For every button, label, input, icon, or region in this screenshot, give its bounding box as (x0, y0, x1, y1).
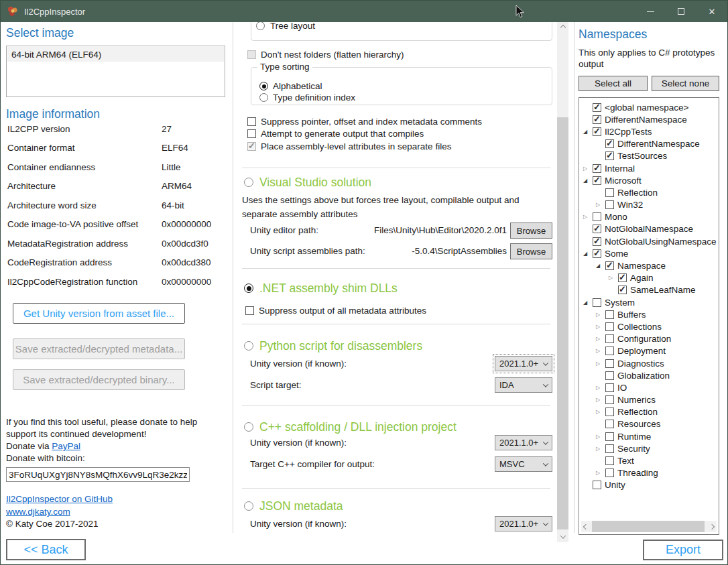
tree-item[interactable]: Reflection (579, 186, 719, 198)
script-target-select[interactable]: IDA (495, 377, 552, 393)
namespace-checkbox[interactable] (593, 212, 601, 221)
namespace-checkbox[interactable] (605, 444, 614, 453)
expand-icon[interactable]: ▷ (595, 312, 605, 318)
namespace-checkbox[interactable] (593, 176, 601, 185)
export-button[interactable]: Export (643, 540, 723, 560)
namespace-checkbox[interactable] (593, 298, 601, 307)
tree-item[interactable]: ▷Collections (579, 320, 719, 332)
sort-typedef-option[interactable]: Type definition index (259, 92, 355, 103)
visual-studio-section-header[interactable]: Visual Studio solution (244, 174, 371, 190)
namespace-checkbox[interactable] (605, 407, 614, 416)
scroll-up-arrow[interactable] (557, 22, 568, 33)
namespace-checkbox[interactable] (593, 481, 601, 489)
json-section-header[interactable]: JSON metadata (244, 498, 343, 514)
tree-item[interactable]: NotGlobalUsingNamespace (579, 235, 719, 247)
script-assemblies-path-value[interactable]: -5.0.4\ScriptAssemblies (412, 246, 507, 256)
suppress-metadata-attrs-checkbox[interactable] (245, 306, 254, 315)
alphabetical-radio[interactable] (259, 82, 268, 90)
tree-item[interactable]: ▷Internal (579, 162, 719, 174)
tree-item[interactable]: ▷Win32 (579, 199, 719, 211)
namespace-checkbox[interactable] (618, 286, 627, 294)
namespace-checkbox[interactable] (605, 151, 614, 160)
namespace-checkbox[interactable] (605, 420, 614, 428)
tree-item[interactable]: ▷Deployment (579, 345, 719, 357)
scrollbar-thumb[interactable] (592, 521, 705, 532)
collapse-icon[interactable]: ◢ (582, 300, 593, 306)
namespace-checkbox[interactable] (593, 115, 601, 124)
compilable-output-row[interactable]: Attempt to generate output that compiles (247, 127, 424, 139)
tree-item[interactable]: ▷Security (579, 442, 719, 454)
sort-alphabetical-option[interactable]: Alphabetical (259, 80, 322, 92)
tree-item[interactable]: NotGlobalNamespace (579, 223, 719, 235)
python-script-radio[interactable] (244, 341, 253, 351)
scroll-down-arrow[interactable] (557, 531, 568, 542)
unity-editor-path-value[interactable]: Files\Unity\Hub\Editor\2020.2.0f1 (374, 225, 507, 235)
compilable-output-checkbox[interactable] (247, 129, 256, 138)
expand-icon[interactable]: ▷ (595, 446, 605, 452)
cpp-unity-version-select[interactable]: 2021.1.0+ (495, 435, 552, 450)
python-unity-version-select[interactable]: 2021.1.0+ (495, 356, 552, 371)
json-unity-version-select[interactable]: 2021.1.0+ (495, 516, 552, 531)
tree-item[interactable]: Text (579, 454, 719, 466)
tree-item[interactable]: ▷IO (579, 381, 719, 393)
expand-icon[interactable]: ▷ (595, 348, 605, 354)
expand-icon[interactable]: ▷ (595, 361, 605, 367)
expand-icon[interactable]: ▷ (595, 397, 605, 403)
namespace-checkbox[interactable] (605, 261, 614, 270)
paypal-link[interactable]: PayPal (52, 441, 80, 451)
namespace-checkbox[interactable] (605, 310, 614, 319)
namespaces-tree[interactable]: <global namespace>DifferentNamespace◢Il2… (579, 97, 719, 535)
namespace-checkbox[interactable] (618, 273, 627, 282)
tree-item[interactable]: ◢System (579, 296, 719, 308)
expand-icon[interactable]: ▷ (595, 470, 605, 476)
suppress-metadata-attrs-row[interactable]: Suppress output of all metadata attribut… (245, 304, 426, 316)
tree-layout-radio[interactable] (256, 22, 265, 30)
separate-attributes-checkbox[interactable] (247, 142, 256, 151)
namespace-checkbox[interactable] (605, 200, 614, 209)
image-listbox[interactable]: 64-bit ARM64 (ELF64) (6, 46, 225, 97)
flatten-checkbox[interactable] (247, 50, 256, 59)
close-button[interactable]: ✕ (696, 1, 727, 22)
bitcoin-address-input[interactable] (6, 467, 190, 482)
tree-item[interactable]: ▷Mono (579, 211, 719, 223)
collapse-icon[interactable]: ◢ (582, 178, 593, 184)
maximize-button[interactable] (666, 1, 696, 22)
separate-attributes-row[interactable]: Place assembly-level attributes in separ… (247, 140, 451, 152)
expand-icon[interactable]: ▷ (595, 336, 605, 342)
namespace-checkbox[interactable] (605, 359, 614, 368)
select-all-button[interactable]: Select all (579, 76, 648, 91)
expand-icon[interactable]: ▷ (582, 214, 593, 220)
tree-item[interactable]: ▷Configuration (579, 333, 719, 345)
tree-item[interactable]: ▷Threading (579, 467, 719, 479)
flatten-checkbox-row[interactable]: Don't nest folders (flatten hierarchy) (247, 48, 404, 60)
tree-item[interactable]: ◢Microsoft (579, 174, 719, 186)
expand-icon[interactable]: ▷ (595, 409, 605, 415)
namespace-checkbox[interactable] (605, 188, 614, 197)
namespace-checkbox[interactable] (593, 103, 601, 112)
namespace-checkbox[interactable] (593, 249, 601, 258)
tree-item[interactable]: Globalization (579, 369, 719, 381)
tree-item[interactable]: ▷Buffers (579, 308, 719, 320)
namespace-checkbox[interactable] (605, 139, 614, 148)
github-link[interactable]: Il2CppInspector on GitHub (6, 494, 113, 504)
get-unity-version-button[interactable]: Get Unity version from asset file... (13, 303, 185, 324)
namespace-checkbox[interactable] (605, 347, 614, 355)
collapse-icon[interactable]: ◢ (582, 251, 593, 257)
image-list-item[interactable]: 64-bit ARM64 (ELF64) (7, 47, 224, 62)
tree-item[interactable]: ◢Some (579, 247, 719, 259)
namespace-checkbox[interactable] (593, 225, 601, 233)
back-button[interactable]: << Back (6, 539, 86, 560)
suppress-comments-row[interactable]: Suppress pointer, offset and index metad… (247, 115, 482, 127)
suppress-comments-checkbox[interactable] (247, 117, 256, 126)
namespace-checkbox[interactable] (605, 432, 614, 441)
shim-dlls-radio[interactable] (244, 284, 253, 293)
namespace-checkbox[interactable] (605, 371, 614, 380)
tree-item[interactable]: ◢Namespace (579, 259, 719, 271)
expand-icon[interactable]: ▷ (595, 385, 605, 391)
tree-item[interactable]: Unity (579, 479, 719, 491)
tree-item[interactable]: ▷Numerics (579, 394, 719, 406)
expand-icon[interactable]: ▷ (582, 166, 593, 172)
tree-horizontal-scrollbar[interactable] (581, 521, 717, 532)
tree-item[interactable]: DifferentNamespace (579, 113, 719, 125)
save-binary-button[interactable]: Save extracted/decrypted binary... (13, 369, 185, 390)
